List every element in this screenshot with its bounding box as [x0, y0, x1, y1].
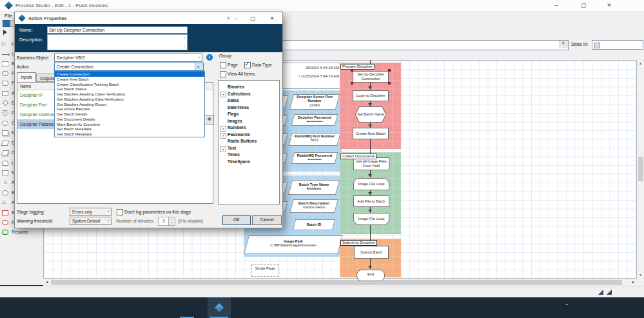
data-item-decipher-password[interactable]: Decipher Password•••••••••••••: [293, 114, 337, 126]
stage-logging-combobox[interactable]: Errors only: [70, 208, 112, 216]
dropdown-option[interactable]: Mark Batch As Complete: [55, 122, 204, 127]
stage-set-batch-name[interactable]: Set Batch Name: [355, 106, 386, 123]
stage-create-new-batch[interactable]: Create New Batch: [353, 128, 389, 139]
selection-handle[interactable]: [388, 69, 391, 72]
tree-item-radio-buttons[interactable]: Radio Buttons: [228, 139, 257, 143]
tree-item-images[interactable]: Images: [228, 119, 242, 123]
data-type-checkbox[interactable]: [244, 62, 251, 68]
decision-icon: [3, 100, 9, 106]
block-label[interactable]: Submit to Decipher: [340, 240, 377, 246]
store-in-input[interactable]: [592, 40, 643, 50]
selection-handle[interactable]: [351, 69, 353, 72]
spinner-arrows[interactable]: ▴▾: [168, 217, 175, 226]
scroll-down-icon[interactable]: ▼: [637, 272, 644, 279]
dropdown-option[interactable]: Create Connection: [55, 72, 204, 77]
dropdown-option[interactable]: Get Batches Awaiting Data Verification: [55, 97, 204, 102]
tray-expand-icon[interactable]: ⌃: [565, 303, 569, 309]
scrollbar-thumb[interactable]: [638, 157, 643, 181]
expand-icon[interactable]: [220, 126, 226, 132]
stage-end[interactable]: End: [356, 270, 385, 281]
save-icon[interactable]: [3, 20, 10, 27]
dropdown-option[interactable]: Get Active Batches: [55, 106, 204, 112]
dropdown-option[interactable]: Create Classification Training Batch: [55, 82, 204, 87]
dialog-maximize-button[interactable]: [248, 14, 257, 23]
business-object-combobox[interactable]: Decipher VBO: [54, 54, 202, 62]
expand-icon[interactable]: [220, 146, 226, 152]
expand-icon[interactable]: [220, 133, 226, 139]
description-input[interactable]: ˄ ˅: [47, 34, 188, 50]
tree-item-text[interactable]: Text: [228, 146, 236, 150]
cancel-button[interactable]: Cancel: [252, 215, 282, 225]
dialog-titlebar[interactable]: Action Properties: [15, 12, 282, 25]
warning-threshold-combobox[interactable]: System Default: [70, 217, 112, 225]
chevron-down-icon[interactable]: [195, 63, 203, 70]
data-item-single-page[interactable]: Single Page: [251, 264, 278, 277]
tree-item-flags[interactable]: Flags: [228, 112, 239, 116]
chevron-down-icon[interactable]: [560, 41, 568, 48]
tree-item-binaries[interactable]: Binaries: [228, 84, 244, 89]
dropdown-option[interactable]: Get Document Details: [55, 117, 204, 122]
tree-item-numbers[interactable]: Numbers: [228, 125, 246, 130]
tree-item-passwords[interactable]: Passwords: [228, 132, 250, 137]
tree-item-times[interactable]: Times: [228, 152, 240, 157]
stage-set-up-decipher-connection[interactable]: Set Up Decipher Connection: [353, 71, 389, 83]
data-item-batch-type-name[interactable]: Batch Type NameInvoices: [290, 180, 338, 195]
selection-handle[interactable]: [388, 82, 391, 84]
dropdown-option[interactable]: Get Batches Awaiting Export: [55, 102, 204, 107]
tab-inputs[interactable]: Inputs: [17, 72, 36, 82]
dropdown-option[interactable]: Get Batch Status: [55, 86, 204, 92]
stage-get-all-image-files[interactable]: Get all Image Files From Path: [353, 157, 389, 170]
tree-item-timespans[interactable]: TimeSpans: [228, 159, 250, 164]
dialog-minimize-button[interactable]: [231, 14, 240, 23]
maximize-button[interactable]: [575, 1, 592, 10]
scroll-up-icon[interactable]: ▲: [637, 60, 644, 67]
dropdown-option[interactable]: Set Batch Metadata: [55, 126, 204, 132]
scrollbar-thumb[interactable]: [51, 280, 622, 285]
block-label[interactable]: Prepare Decipher: [340, 64, 375, 70]
action-combobox[interactable]: Create Connection: [54, 63, 204, 71]
data-item-batch-id[interactable]: Batch ID: [294, 219, 334, 230]
ok-button[interactable]: OK: [222, 215, 251, 225]
data-item-rabbitmq-password[interactable]: RabbitMQ Password•••••••••••: [293, 152, 337, 164]
stage-image-file-loop-end[interactable]: Image File Loop: [353, 213, 389, 225]
info-icon[interactable]: i: [206, 54, 213, 61]
expression-edit-button[interactable]: ▦: [204, 115, 214, 124]
block-label[interactable]: Collect Documents: [340, 154, 376, 159]
dont-log-label: Don't log parameters on this stage: [124, 210, 191, 214]
scroll-down-icon[interactable]: ˅: [184, 45, 186, 48]
blue-prism-taskbar-active[interactable]: [208, 297, 231, 318]
scroll-right-icon[interactable]: ▶: [630, 279, 637, 286]
scroll-left-icon[interactable]: ◀: [43, 279, 50, 286]
scroll-up-icon[interactable]: ˄: [184, 36, 186, 40]
stage-add-file-to-batch[interactable]: Add File to Batch: [353, 195, 389, 207]
data-item-rabbitmq-port[interactable]: RabbitMQ Port Number5672: [290, 133, 339, 146]
expand-icon[interactable]: [220, 92, 226, 97]
menu-file[interactable]: File: [5, 13, 12, 19]
minimize-button[interactable]: [548, 1, 565, 10]
name-input[interactable]: Set Up Decipher Connection: [47, 26, 188, 34]
dropdown-option[interactable]: Get Batch Metadata: [55, 132, 204, 137]
vertical-scrollbar[interactable]: ▲ ▼: [637, 60, 644, 279]
dropdown-option[interactable]: Create New Batch: [55, 77, 204, 82]
stage-login-to-decipher[interactable]: Login to Decipher: [353, 90, 389, 101]
tree-item-dates[interactable]: Dates: [228, 98, 239, 103]
dialog-close-button[interactable]: [268, 14, 277, 23]
exception-icon: [2, 210, 8, 215]
stage-submit-batch[interactable]: Submit Batch: [354, 246, 389, 259]
horizontal-scrollbar[interactable]: ◀ ▶: [43, 279, 637, 286]
tree-item-collections[interactable]: Collections: [228, 92, 251, 96]
data-item-decipher-server-port[interactable]: Decipher Server Port Number12543: [291, 94, 338, 110]
tree-item-datetimes[interactable]: DateTimes: [228, 105, 249, 110]
close-button[interactable]: [601, 1, 618, 10]
dont-log-checkbox[interactable]: [117, 209, 123, 215]
play-icon[interactable]: [3, 30, 7, 35]
selection-handle[interactable]: [351, 82, 353, 84]
view-all-items-checkbox[interactable]: [220, 71, 226, 77]
data-item-image-path[interactable]: Image PathC:\BP\Data\Images\Invoices\: [246, 235, 340, 254]
page-checkbox[interactable]: [220, 62, 226, 68]
dropdown-option[interactable]: Get Batch Details: [55, 112, 204, 117]
data-item-batch-description[interactable]: Batch DescriptionInvoice Demo: [291, 199, 337, 213]
stage-image-file-loop-start[interactable]: Image File Loop: [353, 178, 389, 190]
param-row-decipher-password[interactable]: Decipher Password: [17, 119, 56, 129]
dropdown-option[interactable]: Get Batches Awaiting Class Verification: [55, 92, 204, 97]
